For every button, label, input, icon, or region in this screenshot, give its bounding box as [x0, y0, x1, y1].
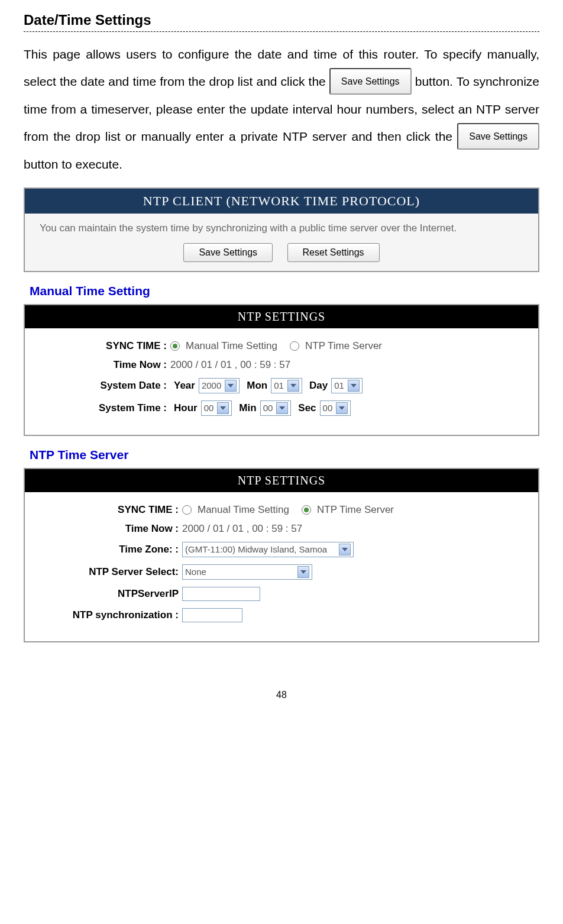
chevron-down-icon: [339, 544, 351, 555]
sec-label: Sec: [298, 402, 316, 414]
sync-time-label: SYNC TIME :: [43, 340, 170, 352]
inline-save-button-1[interactable]: Save Settings: [329, 68, 412, 95]
save-settings-button[interactable]: Save Settings: [183, 243, 273, 262]
ntp-panel-title: NTP SETTINGS: [25, 469, 538, 492]
ntp-ip-label: NTPServerIP: [43, 588, 182, 600]
time-now-label: Time Now :: [43, 359, 170, 371]
ntp-client-body: You can maintain the system time by sync…: [25, 214, 538, 271]
year-value: 2000: [202, 380, 221, 390]
ntp-server-value: None: [185, 567, 206, 577]
radio-manual-label-2: Manual Time Setting: [198, 504, 289, 516]
time-now-label-2: Time Now :: [43, 523, 182, 535]
ntp-server-select[interactable]: None: [182, 564, 312, 580]
chevron-down-icon: [336, 402, 348, 414]
ntp-sync-label: NTP synchronization :: [43, 609, 182, 621]
page-number: 48: [24, 690, 539, 700]
ntp-ip-input[interactable]: [182, 587, 260, 601]
radio-manual-time-2[interactable]: [182, 505, 192, 515]
hour-label: Hour: [174, 402, 198, 414]
time-zone-value: (GMT-11:00) Midway Island, Samoa: [185, 544, 327, 554]
radio-manual-label: Manual Time Setting: [186, 340, 277, 352]
time-now-value: 2000 / 01 / 01 , 00 : 59 : 57: [170, 359, 520, 371]
time-zone-select[interactable]: (GMT-11:00) Midway Island, Samoa: [182, 542, 354, 557]
ntp-select-label: NTP Server Select:: [43, 566, 182, 578]
manual-time-heading: Manual Time Setting: [30, 284, 539, 298]
time-now-value-2: 2000 / 01 / 01 , 00 : 59 : 57: [182, 523, 520, 535]
manual-panel-title: NTP SETTINGS: [25, 305, 538, 328]
divider: [24, 31, 539, 32]
ntp-time-heading: NTP Time Server: [30, 448, 539, 462]
intro-text-3: button to execute.: [24, 157, 122, 171]
hour-select[interactable]: 00: [201, 400, 232, 416]
min-label: Min: [239, 402, 256, 414]
chevron-down-icon: [287, 380, 299, 392]
inline-save-button-2[interactable]: Save Settings: [457, 123, 539, 150]
chevron-down-icon: [225, 380, 237, 392]
day-value: 01: [334, 380, 344, 390]
year-select[interactable]: 2000: [199, 378, 240, 393]
sync-time-label-2: SYNC TIME :: [43, 504, 182, 516]
chevron-down-icon: [276, 402, 288, 414]
ntp-sync-input[interactable]: [182, 608, 242, 622]
ntp-client-description: You can maintain the system time by sync…: [40, 222, 523, 234]
page-title: Date/Time Settings: [24, 12, 539, 28]
reset-settings-button[interactable]: Reset Settings: [287, 243, 380, 262]
ntp-client-title: NTP CLIENT (NETWORK TIME PROTOCOL): [25, 189, 538, 214]
hour-value: 00: [204, 403, 214, 413]
system-time-label: System Time :: [43, 402, 170, 414]
radio-manual-time[interactable]: [170, 341, 180, 351]
radio-ntp-label: NTP Time Server: [305, 340, 382, 352]
ntp-settings-panel: NTP SETTINGS SYNC TIME : Manual Time Set…: [24, 468, 539, 642]
day-select[interactable]: 01: [331, 378, 363, 393]
mon-select[interactable]: 01: [271, 378, 302, 393]
ntp-client-panel: NTP CLIENT (NETWORK TIME PROTOCOL) You c…: [24, 188, 539, 272]
radio-ntp-time[interactable]: [290, 341, 299, 351]
sec-select[interactable]: 00: [320, 400, 351, 416]
sec-value: 00: [323, 403, 333, 413]
min-select[interactable]: 00: [260, 400, 292, 416]
manual-settings-panel: NTP SETTINGS SYNC TIME : Manual Time Set…: [24, 304, 539, 436]
day-label: Day: [309, 380, 328, 392]
year-label: Year: [174, 380, 195, 392]
time-zone-label: Time Zone: :: [43, 544, 182, 555]
radio-ntp-time-2[interactable]: [302, 505, 311, 515]
system-date-label: System Date :: [43, 380, 170, 392]
mon-value: 01: [274, 380, 284, 390]
min-value: 00: [263, 403, 273, 413]
chevron-down-icon: [217, 402, 229, 414]
intro-paragraph: This page allows users to configure the …: [24, 41, 539, 179]
radio-ntp-label-2: NTP Time Server: [317, 504, 394, 516]
chevron-down-icon: [348, 380, 360, 392]
mon-label: Mon: [247, 380, 267, 392]
chevron-down-icon: [297, 566, 309, 578]
